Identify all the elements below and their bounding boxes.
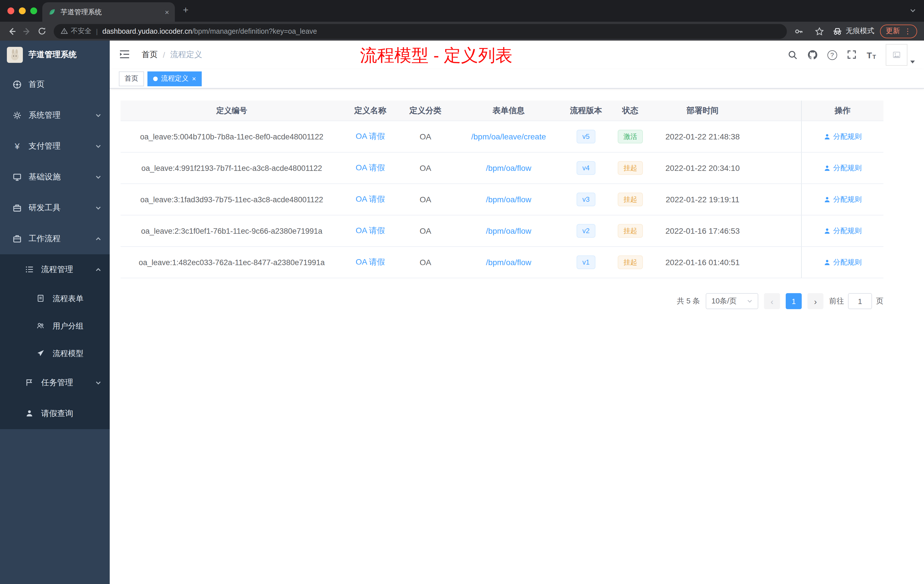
tab-close-icon[interactable]: × — [165, 8, 169, 16]
row-spacer — [752, 121, 801, 152]
deploy-time: 2022-01-22 20:34:10 — [653, 153, 752, 183]
assign-rule-button[interactable]: 分配规则 — [823, 163, 862, 173]
definition-name-link[interactable]: OA 请假 — [356, 194, 385, 205]
table-row: oa_leave:1:482ec033-762a-11ec-8477-a2380… — [120, 247, 883, 278]
search-icon[interactable] — [787, 50, 797, 60]
sidebar-item-workflow[interactable]: 工作流程 — [0, 223, 110, 254]
zoom-window-button[interactable] — [30, 7, 37, 14]
form-link[interactable]: /bpm/oa/leave/create — [471, 132, 546, 141]
form-link[interactable]: /bpm/oa/flow — [486, 226, 531, 236]
sidebar-item-leave-query[interactable]: 请假查询 — [0, 398, 110, 429]
pagination-total: 共 5 条 — [677, 296, 700, 306]
app-title: 芋道管理系统 — [28, 50, 77, 60]
version-tag[interactable]: v2 — [577, 224, 595, 238]
person-icon — [25, 409, 34, 418]
sidebar-item-user-group[interactable]: 用户分组 — [0, 313, 110, 340]
tag-home[interactable]: 首页 — [119, 71, 144, 86]
new-tab-button[interactable]: + — [183, 5, 188, 15]
definition-name-link[interactable]: OA 请假 — [356, 257, 385, 267]
update-browser-button[interactable]: 更新 ⋮ — [880, 24, 917, 38]
document-icon — [36, 294, 46, 304]
sidebar-item-process-model[interactable]: 流程模型 — [0, 340, 110, 368]
version-tag[interactable]: v3 — [577, 193, 595, 206]
sidebar-item-label: 研发工具 — [28, 203, 61, 213]
reload-button[interactable] — [34, 24, 49, 39]
password-key-icon[interactable] — [792, 24, 806, 39]
minimize-window-button[interactable] — [19, 7, 26, 14]
assign-rule-button[interactable]: 分配规则 — [823, 257, 862, 267]
sidebar-item-dev-tools[interactable]: 研发工具 — [0, 193, 110, 223]
bookmark-star-icon[interactable] — [812, 24, 827, 39]
definition-category: OA — [398, 153, 453, 183]
font-size-icon[interactable]: TT — [866, 50, 876, 60]
person-icon — [823, 227, 831, 234]
chevron-down-icon — [95, 112, 102, 119]
close-window-button[interactable] — [7, 7, 14, 14]
table-row: oa_leave:2:3c1f0ef1-76b1-11ec-9c66-a2380… — [120, 215, 883, 247]
current-page-button[interactable]: 1 — [786, 293, 802, 309]
definition-category: OA — [398, 184, 453, 215]
sidebar-item-process-mgmt[interactable]: 流程管理 — [0, 254, 110, 285]
column-header: 定义名称 — [343, 101, 398, 120]
paper-plane-icon — [36, 349, 46, 358]
version-tag[interactable]: v5 — [577, 130, 595, 144]
definition-category: OA — [398, 215, 453, 246]
next-page-button[interactable]: › — [807, 293, 823, 309]
page-size-select[interactable]: 10条/页 — [706, 293, 758, 309]
security-indicator[interactable]: 不安全 — [61, 26, 91, 36]
sidebar-item-task-mgmt[interactable]: 任务管理 — [0, 368, 110, 398]
definition-name-link[interactable]: OA 请假 — [356, 226, 385, 236]
github-icon[interactable] — [807, 50, 817, 60]
table-row: oa_leave:5:004b710b-7b8a-11ec-8ef0-acde4… — [120, 121, 883, 153]
form-link[interactable]: /bpm/oa/flow — [486, 258, 531, 267]
table-row: oa_leave:3:1fad3d93-7b75-11ec-a3c8-acde4… — [120, 184, 883, 215]
assign-rule-label: 分配规则 — [833, 132, 862, 142]
column-header: 表单信息 — [453, 101, 564, 120]
tag-process-definition[interactable]: 流程定义 × — [147, 71, 202, 86]
sidebar-item-system-mgmt[interactable]: 系统管理 — [0, 100, 110, 131]
user-menu[interactable] — [886, 44, 915, 66]
status-badge: 挂起 — [618, 161, 643, 175]
back-button[interactable] — [5, 24, 20, 39]
person-icon — [823, 196, 831, 203]
sidebar-item-home[interactable]: 首页 — [0, 69, 110, 100]
annotation-title: 流程模型 - 定义列表 — [360, 44, 512, 68]
incognito-label: 无痕模式 — [846, 26, 874, 36]
definition-id: oa_leave:4:991f2193-7b7f-11ec-a3c8-acde4… — [120, 153, 343, 183]
definition-name-link[interactable]: OA 请假 — [356, 163, 385, 173]
assign-rule-button[interactable]: 分配规则 — [823, 226, 862, 236]
sidebar-toggle-icon[interactable] — [119, 49, 132, 61]
prev-page-button[interactable]: ‹ — [764, 293, 780, 309]
assign-rule-label: 分配规则 — [833, 195, 862, 204]
definition-name-link[interactable]: OA 请假 — [356, 132, 385, 142]
breadcrumb: 首页 / 流程定义 — [142, 50, 202, 60]
sidebar-item-process-form[interactable]: 流程表单 — [0, 285, 110, 313]
sidebar-item-label: 流程表单 — [53, 294, 83, 304]
sidebar-item-payment-mgmt[interactable]: ¥ 支付管理 — [0, 131, 110, 162]
version-tag[interactable]: v4 — [577, 161, 595, 175]
browser-menu-icon[interactable]: ⋮ — [904, 27, 911, 35]
tag-close-icon[interactable]: × — [192, 75, 196, 82]
goto-page-input[interactable] — [848, 293, 872, 309]
tab-search-icon[interactable] — [910, 7, 916, 14]
sidebar-item-label: 流程模型 — [53, 348, 83, 359]
assign-rule-button[interactable]: 分配规则 — [823, 195, 862, 204]
version-tag[interactable]: v1 — [577, 256, 595, 269]
form-link[interactable]: /bpm/oa/flow — [486, 195, 531, 204]
browser-tab[interactable]: 芋道管理系统 × — [42, 2, 175, 22]
form-link[interactable]: /bpm/oa/flow — [486, 163, 531, 173]
fullscreen-icon[interactable] — [846, 50, 857, 60]
sidebar-item-infrastructure[interactable]: 基础设施 — [0, 162, 110, 193]
deploy-time: 2022-01-16 01:40:51 — [653, 247, 752, 278]
sidebar-logo[interactable]: 芋道管理系统 — [0, 41, 110, 69]
incognito-icon — [833, 26, 842, 36]
assign-rule-button[interactable]: 分配规则 — [823, 132, 862, 142]
chevron-down-icon — [95, 379, 102, 386]
goto-unit: 页 — [876, 296, 883, 306]
tag-label: 流程定义 — [161, 74, 188, 83]
address-bar[interactable]: 不安全 | dashboard.yudao.iocoder.cn/bpm/man… — [54, 24, 787, 39]
help-icon[interactable]: ? — [827, 50, 837, 60]
update-label: 更新 — [886, 26, 900, 36]
breadcrumb-home[interactable]: 首页 — [142, 50, 158, 60]
forward-button[interactable] — [20, 24, 34, 39]
